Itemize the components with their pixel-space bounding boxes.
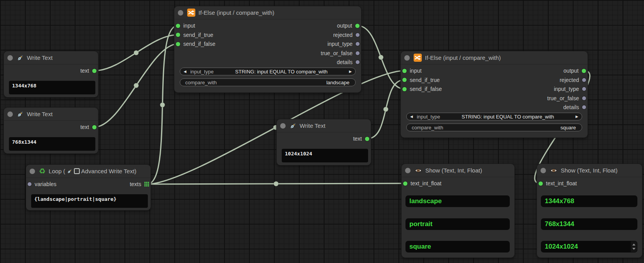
pen-icon	[17, 111, 24, 118]
stepper-down-icon[interactable]	[632, 248, 635, 250]
output-port-dot[interactable]	[92, 69, 97, 73]
output-port-details[interactable]: details	[563, 103, 586, 111]
input-port-variables[interactable]: variables	[28, 180, 56, 188]
input-port-dot[interactable]	[28, 182, 32, 186]
output-port-true_or_false[interactable]: true_or_false	[547, 94, 586, 103]
input-port-input[interactable]: input	[402, 66, 421, 75]
port-label: rejected	[560, 77, 579, 83]
output-port-dot[interactable]	[356, 33, 360, 37]
node-title: If-Else (input / compare_with)	[425, 54, 501, 61]
widget-value: square	[443, 125, 578, 131]
collapse-toggle[interactable]	[404, 55, 410, 61]
input-port-dot[interactable]	[176, 33, 180, 37]
collapse-toggle[interactable]	[7, 111, 13, 117]
port-label: output	[337, 23, 352, 29]
output-port-dot[interactable]	[365, 137, 369, 141]
input-port-text_int_float[interactable]: text_int_float	[403, 179, 441, 188]
output-port-details[interactable]: details	[337, 58, 360, 66]
input_type-widget[interactable]: ◀input_typeSTRING: input EQUAL TO compar…	[180, 68, 356, 75]
output-port-dot[interactable]	[582, 87, 586, 91]
combo-left-arrow-icon[interactable]: ◀	[184, 70, 186, 73]
node-show-2[interactable]: Show (Text, Int, Float)text_int_float134…	[537, 164, 642, 258]
show-value-text: 768x1344	[545, 220, 574, 228]
input-port-send_if_false[interactable]: send_if_false	[176, 40, 216, 48]
input-port-dot[interactable]	[402, 87, 407, 91]
input-port-send_if_true[interactable]: send_if_true	[176, 31, 213, 39]
output-port-dot[interactable]	[582, 105, 586, 109]
output-port-dot[interactable]	[356, 42, 360, 46]
node-write-text-1[interactable]: Write Texttext1344x768	[4, 51, 98, 97]
input-port-send_if_true[interactable]: send_if_true	[402, 76, 440, 84]
output-port-output[interactable]: output	[563, 66, 586, 75]
output-port-dot[interactable]	[582, 69, 586, 73]
input-port-input[interactable]: input	[176, 21, 195, 30]
input-port-dot[interactable]	[176, 24, 180, 28]
combo-left-arrow-icon[interactable]: ◀	[410, 115, 413, 118]
output-port-rejected[interactable]: rejected	[333, 31, 360, 39]
collapse-toggle[interactable]	[540, 168, 546, 173]
output-port-texts[interactable]: texts	[130, 180, 149, 188]
collapse-toggle[interactable]	[178, 10, 183, 16]
text-widget[interactable]: {landscape|portrait|square}	[31, 194, 148, 208]
output-port-output[interactable]: output	[337, 21, 360, 30]
input-port-send_if_false[interactable]: send_if_false	[402, 85, 442, 93]
combo-right-arrow-icon[interactable]: ▶	[349, 70, 352, 73]
node-title: If-Else (input / compare_with)	[198, 9, 274, 16]
node-if-else-2[interactable]: If-Else (input / compare_with)inputsend_…	[401, 51, 588, 138]
node-loop[interactable]: ♻Loop ( Advanced Write Text)variablestex…	[26, 165, 151, 210]
input-port-dot[interactable]	[403, 181, 407, 186]
stepper-up-icon[interactable]	[632, 244, 635, 246]
input_type-widget[interactable]: ◀input_typeSTRING: input EQUAL TO compar…	[406, 113, 582, 120]
node-write-text-3[interactable]: Write Texttext1024x1024	[277, 119, 371, 165]
collapse-toggle[interactable]	[30, 169, 35, 174]
widget-label: compare_with	[412, 125, 443, 131]
output-port-dot[interactable]	[92, 125, 97, 129]
input-port-dot[interactable]	[176, 42, 180, 46]
port-label: variables	[35, 181, 56, 187]
show-value-box[interactable]: 1344x768	[541, 195, 637, 207]
output-port-dot[interactable]	[356, 60, 360, 64]
output-port-dot[interactable]	[356, 51, 360, 55]
port-label: send_if_true	[410, 77, 440, 83]
output-port-dot[interactable]	[582, 96, 586, 100]
combo-right-arrow-icon[interactable]: ▶	[576, 115, 578, 118]
collapse-toggle[interactable]	[280, 123, 286, 129]
output-port-text[interactable]: text	[80, 66, 97, 75]
output-port-text[interactable]: text	[80, 123, 97, 131]
value-stepper[interactable]	[631, 241, 637, 252]
collapse-toggle[interactable]	[7, 55, 13, 61]
output-port-rejected[interactable]: rejected	[560, 76, 586, 84]
output-port-input_type[interactable]: input_type	[327, 40, 360, 48]
text-widget[interactable]: 768x1344	[9, 137, 95, 151]
show-value-box[interactable]: portrait	[405, 218, 510, 230]
show-value-box[interactable]: 1024x1024	[541, 241, 637, 253]
show-value-box[interactable]: square	[405, 241, 510, 253]
collapse-toggle[interactable]	[405, 168, 411, 173]
output-port-dot[interactable]	[355, 24, 360, 28]
node-show-1[interactable]: Show (Text, Int, Float)text_int_floatlan…	[402, 164, 514, 258]
show-value-box[interactable]: 768x1344	[541, 218, 637, 230]
compare_with-widget[interactable]: compare_withlandscape	[180, 78, 356, 86]
show-value-box[interactable]: landscape	[405, 195, 510, 207]
input-port-dot[interactable]	[402, 69, 407, 73]
text-widget[interactable]: 1024x1024	[282, 149, 368, 162]
show-value-text: square	[409, 243, 431, 251]
input-port-dot[interactable]	[539, 181, 543, 186]
compare_with-widget[interactable]: compare_withsquare	[406, 124, 582, 131]
node-header: Write Text	[277, 119, 371, 132]
output-port-dot[interactable]	[582, 78, 586, 82]
node-write-text-2[interactable]: Write Texttext768x1344	[4, 108, 98, 153]
widget-value: landscape	[217, 80, 352, 85]
show-value-text: landscape	[409, 197, 442, 205]
text-widget[interactable]: 1344x768	[9, 81, 95, 94]
input-port-text_int_float[interactable]: text_int_float	[539, 179, 577, 188]
texts-grid-icon[interactable]	[144, 182, 149, 186]
output-port-input_type[interactable]: input_type	[554, 85, 586, 93]
port-label: input	[183, 23, 195, 29]
show-value-text: 1024x1024	[545, 243, 578, 251]
node-if-else-1[interactable]: If-Else (input / compare_with)inputsend_…	[174, 6, 361, 92]
input-port-dot[interactable]	[402, 78, 407, 82]
output-port-true_or_false[interactable]: true_or_false	[321, 49, 360, 57]
node-graph-canvas[interactable]: Write Texttext1344x768 Write Texttext768…	[0, 0, 644, 263]
output-port-text[interactable]: text	[353, 134, 369, 143]
